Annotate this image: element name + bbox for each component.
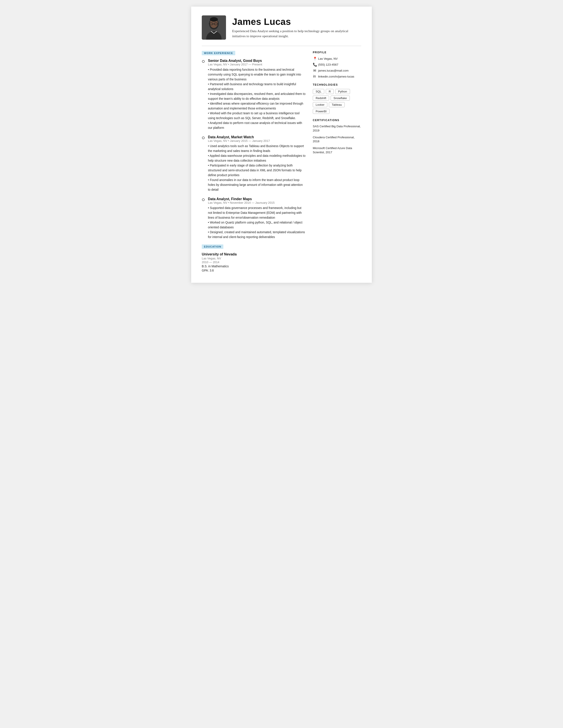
- certifications-section: CERTIFICATIONS SAS Certified Big Data Pr…: [313, 119, 361, 155]
- school-degree: B.S. in Mathematics: [202, 265, 306, 268]
- location-text: Las Vegas, NV: [318, 57, 338, 60]
- main-layout: WORK EXPERIENCE Senior Data Analyst, Goo…: [202, 51, 361, 272]
- candidate-tagline: Experienced Data Analyst seeking a posit…: [232, 28, 360, 39]
- work-item: Senior Data Analyst, Good Buys Las Vegas…: [202, 59, 306, 130]
- education-item: University of Nevada Las Vegas, NV 2010 …: [202, 252, 306, 272]
- bullet-circle: [202, 198, 205, 201]
- linkedin-text: linkedin.com/in/james-lucas: [318, 75, 354, 78]
- right-column: PROFILE 📍 Las Vegas, NV 📞 (555) 123-4567…: [313, 51, 361, 272]
- svg-line-6: [209, 24, 210, 24]
- education-section: EDUCATION University of Nevada Las Vegas…: [202, 244, 306, 272]
- svg-point-8: [210, 17, 218, 22]
- profile-label: PROFILE: [313, 51, 361, 54]
- candidate-name: James Lucas: [232, 17, 360, 27]
- work-content: Data Analyst, Finder Maps Las Vegas, NV …: [208, 197, 306, 240]
- phone-item: 📞 (555) 123-4567: [313, 63, 361, 67]
- tech-tag: R: [326, 89, 333, 94]
- tech-tag: Tableau: [329, 102, 345, 107]
- tech-tag: Snowflake: [331, 96, 350, 101]
- education-label: EDUCATION: [202, 244, 223, 249]
- school-name: University of Nevada: [202, 252, 306, 256]
- phone-text: (555) 123-4567: [318, 63, 338, 66]
- job-title: Data Analyst, Market Watch: [208, 135, 306, 139]
- work-bullet: [202, 198, 205, 240]
- school-location: Las Vegas, NV: [202, 257, 306, 260]
- cert-list: SAS Certified Big Data Professional, 201…: [313, 124, 361, 155]
- work-experience-list: Senior Data Analyst, Good Buys Las Vegas…: [202, 59, 306, 240]
- job-title: Senior Data Analyst, Good Buys: [208, 59, 306, 63]
- technologies-section: TECHNOLOGIES SQLRPythonRedshiftSnowflake…: [313, 83, 361, 114]
- tech-tag: Looker: [313, 102, 327, 107]
- header-text: James Lucas Experienced Data Analyst see…: [232, 17, 360, 39]
- location-item: 📍 Las Vegas, NV: [313, 57, 361, 61]
- job-description: • Used analytics tools such as Tableau a…: [208, 144, 306, 192]
- cert-item: Microsoft Certified Azure Data Scientist…: [313, 146, 361, 155]
- work-item: Data Analyst, Market Watch Las Vegas, NV…: [202, 135, 306, 192]
- tech-label: TECHNOLOGIES: [313, 83, 361, 86]
- work-item: Data Analyst, Finder Maps Las Vegas, NV …: [202, 197, 306, 240]
- cert-label: CERTIFICATIONS: [313, 119, 361, 122]
- job-meta: Las Vegas, NV • November 2014 — Jaunuary…: [208, 201, 306, 204]
- cert-item: SAS Certified Big Data Professional, 201…: [313, 124, 361, 133]
- tech-grid: SQLRPythonRedshiftSnowflakeLookerTableau…: [313, 89, 361, 114]
- bullet-circle: [202, 60, 205, 63]
- job-description: • Supported data governance processes an…: [208, 206, 306, 240]
- school-years: 2010 — 2014: [202, 261, 306, 264]
- resume: James Lucas Experienced Data Analyst see…: [191, 7, 372, 283]
- work-bullet: [202, 60, 205, 130]
- school-gpa: GPA: 3.6: [202, 269, 306, 272]
- work-bullet: [202, 136, 205, 192]
- work-content: Data Analyst, Market Watch Las Vegas, NV…: [208, 135, 306, 192]
- avatar: [202, 15, 226, 40]
- cert-item: Cloudera Certified Professional, 2018: [313, 135, 361, 144]
- email-icon: ✉: [313, 68, 316, 73]
- linkedin-icon: in: [313, 74, 316, 78]
- svg-line-7: [217, 24, 218, 24]
- email-item: ✉ james.lucas@mail.com: [313, 68, 361, 73]
- email-text: james.lucas@mail.com: [318, 69, 348, 72]
- tech-tag: PowerBI: [313, 109, 330, 114]
- job-meta: Las Vegas, NV • January 2015 — January 2…: [208, 139, 306, 142]
- work-content: Senior Data Analyst, Good Buys Las Vegas…: [208, 59, 306, 130]
- header-section: James Lucas Experienced Data Analyst see…: [202, 15, 361, 40]
- location-icon: 📍: [313, 57, 316, 61]
- tech-tag: SQL: [313, 89, 324, 94]
- header-divider: [202, 46, 361, 46]
- tech-tag: Python: [335, 89, 350, 94]
- job-meta: Las Vegas, NV • January 2017 — Present: [208, 63, 306, 66]
- phone-icon: 📞: [313, 63, 316, 67]
- job-title: Data Analyst, Finder Maps: [208, 197, 306, 201]
- linkedin-item[interactable]: in linkedin.com/in/james-lucas: [313, 74, 361, 78]
- tech-tag: Redshift: [313, 96, 329, 101]
- bullet-circle: [202, 137, 205, 139]
- job-description: • Provided data reporting functions to t…: [208, 67, 306, 130]
- left-column: WORK EXPERIENCE Senior Data Analyst, Goo…: [202, 51, 306, 272]
- work-experience-label: WORK EXPERIENCE: [202, 51, 235, 55]
